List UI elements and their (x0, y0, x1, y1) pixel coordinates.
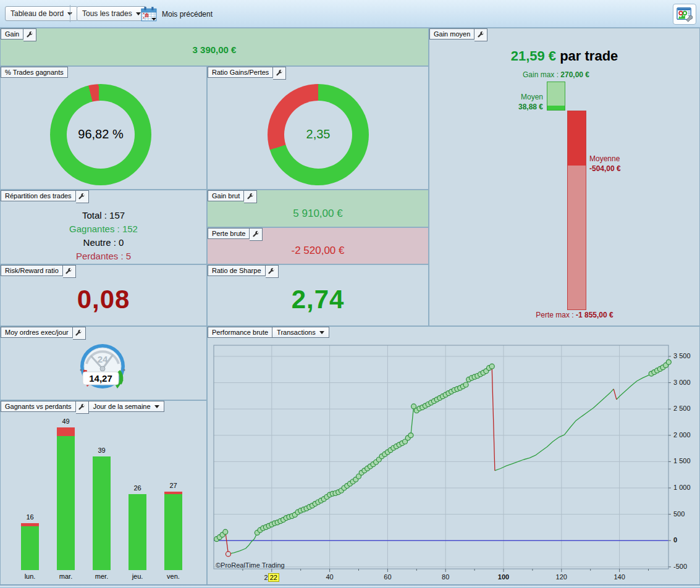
panel-gain-brut: Gain brut 5 910,00 € (207, 190, 429, 227)
bar-loss-segment (57, 427, 75, 436)
panel-win-pct: % Trades gagnants 96,82 % (0, 66, 207, 190)
panel-gvp-title: Gagnants vs perdants (1, 401, 76, 412)
panel-gain-brut-title: Gain brut (208, 190, 244, 201)
repartition-row: Total : 157 (1, 209, 206, 222)
perte-max-value: -1 855,00 € (576, 311, 614, 319)
chevron-down-icon (319, 331, 324, 334)
moyenne-label: Moyenne (589, 154, 620, 163)
gain-max-caption: Gain max : (523, 70, 559, 79)
wrench-icon[interactable] (244, 190, 257, 203)
panel-moy-ordres: Moy ordres exec/jour 24 14,27 (0, 326, 207, 400)
gain-value: 3 390,00 € (1, 44, 428, 55)
bar-value-label: 16 (15, 513, 45, 521)
panel-perte-brute: Perte brute -2 520,00 € (207, 227, 429, 264)
panel-perte-brute-title: Perte brute (208, 228, 250, 239)
perte-brute-value: -2 520,00 € (208, 245, 428, 257)
panel-gain-moyen: Gain moyen 21,59 € par trade Gain max : … (429, 28, 700, 326)
bar-loss-segment (21, 523, 39, 526)
svg-text:14,27: 14,27 (89, 373, 112, 384)
moyen-label: Moyen (429, 93, 543, 101)
gvp-grouping-dropdown[interactable]: Jour de la semaine (89, 401, 164, 412)
toolbar-separator (70, 5, 70, 22)
bar-lun. (21, 523, 39, 570)
performance-mode-dropdown[interactable]: Transactions (272, 327, 329, 338)
bar-value-label: 26 (122, 484, 153, 492)
moyenne-value: -504,00 € (589, 164, 621, 173)
bar-value-label: 27 (158, 482, 188, 489)
gain-moyen-suffix: par trade (556, 48, 618, 64)
bar-jeu. (129, 494, 146, 570)
period-label: Mois précédent (162, 10, 213, 19)
panel-gagnants-perdants: Gagnants vs perdants Jour de la semaine … (0, 400, 207, 585)
trades-filter-dropdown-button[interactable]: Tous les trades (77, 6, 146, 21)
bar-ven. (164, 492, 182, 570)
panel-performance-title: Performance brute (208, 327, 272, 338)
trading-dashboard: Tableau de bord Tous les trades Mois pré… (0, 0, 700, 588)
sharpe-value: 2,74 (208, 285, 428, 314)
win-pct-donut: 96,82 % (50, 84, 151, 185)
panel-repartition-title: Répartition des trades (1, 190, 76, 201)
dashboard-dropdown-button[interactable]: Tableau de bord (5, 6, 78, 21)
ratio-gp-donut: 2,35 (268, 84, 369, 185)
wrench-icon[interactable] (63, 265, 76, 278)
repartition-row: Gagnantes : 152 (1, 222, 206, 236)
bar-mar. (57, 427, 75, 570)
gain-moyen-value: 21,59 € (511, 48, 556, 64)
panel-ratio-gp-title: Ratio Gains/Pertes (208, 67, 273, 78)
dashboard-settings-button[interactable] (673, 4, 696, 25)
wrench-icon[interactable] (474, 28, 487, 41)
gvp-grouping-label: Jour de la semaine (93, 403, 151, 410)
repartition-row: Perdantes : 5 (1, 250, 206, 263)
bar-value-label: 49 (51, 418, 81, 425)
dashboard-config-icon (676, 6, 693, 22)
watermark: ©ProRealTime Trading (216, 561, 285, 569)
gain-avg-band (547, 106, 565, 110)
trades-filter-label: Tous les trades (82, 9, 132, 18)
toolbar: Tableau de bord Tous les trades Mois pré… (0, 0, 700, 28)
chevron-down-icon (154, 405, 159, 408)
dashboard-dropdown-label: Tableau de bord (11, 9, 64, 18)
panel-repartition: Répartition des trades Total : 157Gagnan… (0, 190, 207, 264)
panel-risk-reward-title: Risk/Reward ratio (1, 265, 63, 276)
performance-mode-label: Transactions (277, 329, 316, 336)
moyen-value: 38,88 € (429, 103, 543, 111)
panel-win-pct-title: % Trades gagnants (1, 67, 68, 78)
wrench-icon[interactable] (76, 190, 89, 203)
bar-day-label: mar. (51, 573, 81, 580)
panel-moy-ordres-title: Moy ordres exec/jour (1, 327, 73, 338)
bar-loss-segment (164, 492, 182, 495)
panel-gain: Gain 3 390,00 € (0, 28, 429, 66)
wrench-icon[interactable] (273, 67, 286, 80)
panel-performance: Performance brute Transactions 3 5003 00… (207, 326, 700, 585)
bar-day-label: mer. (86, 573, 117, 580)
bar-day-label: jeu. (122, 573, 153, 580)
perte-max-label: Perte max : -1 855,00 € (488, 311, 661, 319)
wrench-icon[interactable] (76, 401, 89, 414)
repartition-rows: Total : 157Gagnantes : 152Neutre : 0Perd… (1, 209, 206, 263)
gain-bar (547, 82, 565, 111)
panel-gain-title: Gain (1, 28, 23, 40)
win-pct-value: 96,82 % (50, 127, 151, 141)
panel-sharpe-title: Ratio de Sharpe (208, 265, 266, 276)
performance-chart (208, 327, 700, 586)
wrench-icon[interactable] (23, 28, 36, 41)
wrench-icon[interactable] (266, 265, 279, 278)
gain-max-label: Gain max : 270,00 € (485, 70, 627, 79)
calendar-icon[interactable] (141, 6, 158, 22)
clock-gauge-icon: 24 14,27 (72, 342, 133, 398)
perte-max-caption: Perte max : (536, 311, 573, 319)
panel-gain-moyen-title: Gain moyen (429, 28, 474, 40)
gvp-bar-chart: 16lun.49mar.39mer.26jeu.27ven. (1, 401, 208, 586)
wrench-icon[interactable] (73, 327, 86, 340)
perte-bar (567, 111, 586, 310)
chevron-down-icon (136, 12, 141, 15)
bottom-edge (0, 585, 700, 588)
panel-risk-reward: Risk/Reward ratio 0,08 (0, 264, 207, 326)
risk-reward-value: 0,08 (1, 285, 206, 314)
bar-day-label: ven. (158, 573, 188, 580)
gain-max-value: 270,00 € (560, 70, 589, 79)
perte-avg-band (568, 111, 586, 166)
panel-ratio-gp: Ratio Gains/Pertes 2,35 (207, 66, 429, 190)
wrench-icon[interactable] (250, 228, 263, 241)
panel-sharpe: Ratio de Sharpe 2,74 (207, 264, 429, 326)
